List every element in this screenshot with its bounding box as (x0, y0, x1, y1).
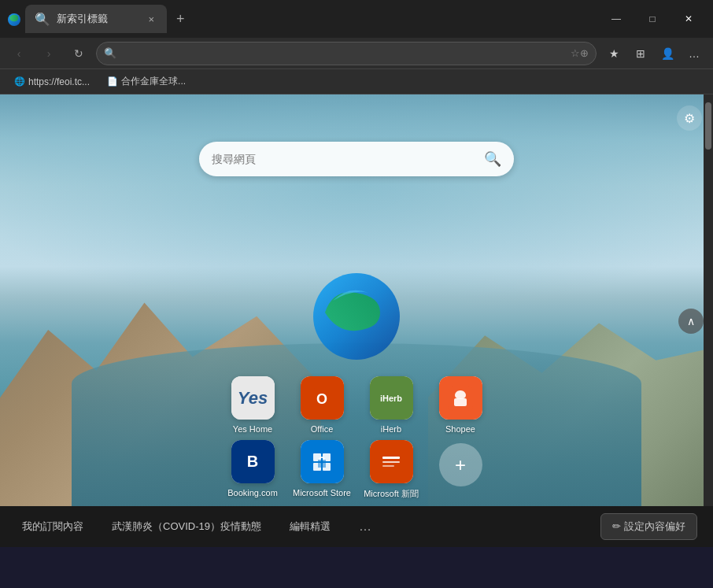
favorites-button[interactable]: ★ (601, 41, 626, 66)
quick-item-iherb[interactable]: iHerb iHerb (360, 376, 423, 434)
more-button[interactable]: … (682, 41, 707, 66)
collections-button[interactable]: ⊞ (628, 41, 653, 66)
refresh-button[interactable]: ↻ (66, 41, 91, 66)
shopee-icon (439, 376, 482, 420)
msstore-label: Microsoft Store (293, 488, 351, 497)
newtab-page: ⚙ 🔍 ∧ Yes Yes Home (0, 94, 713, 547)
settings-gear-button[interactable]: ⚙ (677, 105, 702, 131)
quick-access-row-2: B Booking.com (221, 440, 492, 500)
titlebar: 🔍 新索引標籤 × + — □ ✕ (0, 0, 713, 38)
new-tab-button[interactable]: + (170, 8, 191, 31)
yes-home-icon: Yes (231, 376, 275, 420)
bottom-link-covid[interactable]: 武漢肺炎（COVID-19）疫情動態 (105, 515, 268, 538)
add-shortcut-button[interactable]: + (439, 443, 482, 486)
address-search-icon: 🔍 (104, 47, 116, 59)
office-icon: O (301, 376, 344, 420)
iherb-label: iHerb (381, 424, 401, 434)
navbar: ‹ › ↻ 🔍 ☆⊕ ★ ⊞ 👤 … (0, 38, 713, 69)
booking-icon: B (231, 440, 275, 483)
gear-icon: ⚙ (684, 111, 695, 126)
tab-title: 新索引標籤 (57, 12, 139, 26)
bottom-link-subscriptions[interactable]: 我的訂閱內容 (16, 515, 90, 538)
booking-label: Booking.com (227, 488, 278, 497)
shopee-label: Shopee (445, 424, 475, 434)
quick-access-grid: Yes Yes Home O Office iHerb (221, 376, 492, 500)
shopee-icon-box (439, 376, 482, 420)
bookmark-item-feoi[interactable]: 🌐 https://feoi.tc... (8, 74, 96, 90)
iherb-icon-box: iHerb (370, 376, 413, 420)
svg-text:O: O (316, 391, 327, 407)
bottom-bar: 我的訂閱內容 武漢肺炎（COVID-19）疫情動態 編輯精選 … ✏ 設定內容偏… (0, 506, 713, 547)
chevron-up-icon: ∧ (687, 315, 695, 327)
bookmark-label: https://feoi.tc... (28, 76, 90, 87)
booking-icon-box: B (231, 440, 275, 483)
search-input[interactable] (212, 153, 476, 165)
msnews-label: Microsoft 新聞 (364, 488, 419, 500)
svg-rect-13 (382, 461, 400, 463)
edge-browser-icon (6, 11, 22, 27)
bottom-link-featured[interactable]: 編輯精選 (283, 515, 337, 538)
msstore-icon-box (301, 440, 344, 483)
search-box-container: 🔍 (199, 142, 514, 176)
search-box: 🔍 (199, 142, 514, 176)
titlebar-left (6, 11, 22, 27)
scrollbar[interactable] (704, 94, 713, 547)
quick-item-msnews[interactable]: Microsoft 新聞 (360, 440, 423, 500)
add-favorites-icon[interactable]: ☆⊕ (571, 47, 589, 59)
quick-item-office[interactable]: O Office (290, 376, 353, 434)
bookmark-favicon-2: 📄 (107, 76, 118, 87)
quick-access-row-1: Yes Yes Home O Office iHerb (221, 376, 492, 434)
bookmark-item-cooperative[interactable]: 📄 合作金庫全球... (101, 72, 192, 91)
msstore-icon (301, 440, 344, 483)
msnews-icon-box (370, 440, 413, 483)
bookmark-label-2: 合作金庫全球... (121, 75, 186, 88)
minimize-button[interactable]: — (598, 6, 634, 31)
maximize-button[interactable]: □ (634, 6, 671, 31)
msnews-icon (370, 440, 413, 483)
bookmark-favicon: 🌐 (14, 76, 25, 87)
quick-item-booking[interactable]: B Booking.com (221, 440, 284, 500)
quick-item-msstore[interactable]: Microsoft Store (290, 440, 353, 500)
profile-button[interactable]: 👤 (655, 41, 680, 66)
yes-home-label: Yes Home (233, 424, 272, 434)
quick-item-shopee[interactable]: Shopee (429, 376, 492, 434)
address-bar-container: 🔍 ☆⊕ (96, 42, 597, 65)
tab-favicon: 🔍 (35, 12, 50, 27)
nav-right-buttons: ★ ⊞ 👤 … (601, 41, 707, 66)
office-label: Office (311, 424, 334, 434)
close-button[interactable]: ✕ (671, 6, 707, 31)
bottom-right: ✏ 設定內容偏好 (600, 513, 697, 540)
quick-item-add[interactable]: + (429, 440, 492, 500)
bookmarks-bar: 🌐 https://feoi.tc... 📄 合作金庫全球... (0, 69, 713, 94)
tab-close-button[interactable]: × (145, 12, 157, 27)
search-submit-icon[interactable]: 🔍 (484, 150, 501, 168)
iherb-icon: iHerb (370, 376, 413, 420)
settings-content-button[interactable]: ✏ 設定內容偏好 (600, 513, 697, 540)
svg-rect-12 (382, 457, 400, 459)
quick-item-yes-home[interactable]: Yes Yes Home (221, 376, 284, 434)
bottom-more-button[interactable]: … (353, 516, 378, 537)
window-controls: — □ ✕ (598, 6, 707, 31)
address-bar[interactable] (96, 42, 597, 65)
yes-home-icon-box: Yes (231, 376, 275, 420)
forward-button[interactable]: › (36, 41, 61, 66)
svg-rect-5 (454, 398, 467, 406)
scrollbar-thumb[interactable] (705, 102, 711, 150)
browser-tab[interactable]: 🔍 新索引標籤 × (25, 5, 167, 33)
office-icon-box: O (301, 376, 344, 420)
back-button[interactable]: ‹ (6, 41, 31, 66)
svg-rect-14 (382, 465, 394, 467)
scroll-up-button[interactable]: ∧ (678, 309, 704, 334)
